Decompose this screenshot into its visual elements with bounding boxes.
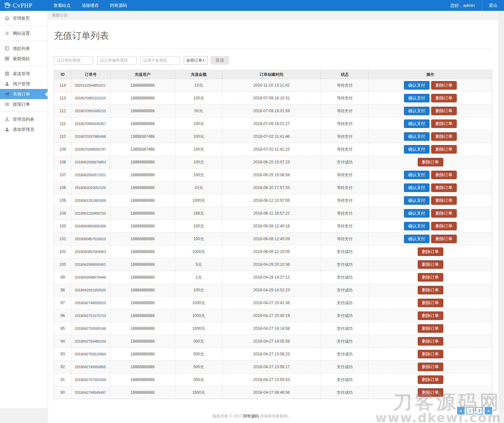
pagination-page-1[interactable]: 1 bbox=[466, 407, 474, 414]
delete-order-button[interactable]: 删除订单 bbox=[418, 286, 443, 294]
cell-amount: 100元 bbox=[175, 117, 222, 130]
sidebar: 管理首页网站设置借款列表逾期借款渠道管理用户管理充值订单提现订单管理员列表添加管… bbox=[0, 11, 48, 409]
cell-created: 2018-06-25 15:07:23 bbox=[222, 156, 321, 169]
sidebar-group: 管理员列表添加管理员 bbox=[0, 112, 48, 137]
cell-status: 支付成功 bbox=[321, 258, 369, 271]
delete-order-button[interactable]: 删除订单 bbox=[418, 247, 443, 256]
sidebar-item-label: 借款列表 bbox=[13, 46, 30, 52]
delete-order-button[interactable]: 删除订单 bbox=[418, 158, 443, 166]
sidebar-item-home[interactable]: 管理首页 bbox=[0, 13, 48, 23]
order-status-select[interactable]: 全部订单 ▼ bbox=[184, 56, 207, 65]
delete-order-button[interactable]: 删除订单 bbox=[431, 222, 457, 230]
nav-item-source[interactable]: 阿奇源码 bbox=[104, 0, 133, 11]
pagination-next[interactable]: » bbox=[485, 407, 492, 414]
order-number-search-input[interactable] bbox=[97, 56, 136, 65]
delete-order-button[interactable]: 删除订单 bbox=[431, 94, 457, 102]
confirm-payment-button[interactable]: 确认支付 bbox=[404, 94, 430, 102]
delete-order-button[interactable]: 删除订单 bbox=[418, 324, 443, 333]
confirm-payment-button[interactable]: 确认支付 bbox=[404, 183, 430, 192]
confirm-payment-button[interactable]: 确认支付 bbox=[404, 145, 430, 154]
confirm-payment-button[interactable]: 确认支付 bbox=[404, 119, 430, 128]
cell-id: 104 bbox=[54, 207, 72, 220]
table-icon bbox=[5, 56, 10, 61]
sidebar-item-gear[interactable]: 网站设置 bbox=[0, 28, 48, 38]
sidebar-item-save[interactable]: 渠道管理 bbox=[0, 69, 48, 79]
delete-order-button[interactable]: 删除订单 bbox=[418, 260, 443, 269]
cell-id: 96 bbox=[54, 309, 72, 322]
delete-order-button[interactable]: 删除订单 bbox=[418, 337, 443, 346]
sidebar-item-table[interactable]: 逾期借款 bbox=[0, 53, 48, 64]
sidebar-item-book[interactable]: 借款列表 bbox=[0, 43, 48, 53]
nav-item-view-site[interactable]: 查看站点 bbox=[48, 0, 76, 11]
logout-button[interactable]: 退出 bbox=[482, 0, 504, 11]
cell-user: 18888888888 bbox=[110, 373, 175, 386]
confirm-payment-button[interactable]: 确认支付 bbox=[404, 209, 430, 218]
table-row: 108201806259897985318888888888100元2018-0… bbox=[54, 156, 492, 169]
delete-order-button[interactable]: 删除订单 bbox=[418, 388, 443, 397]
cell-created: 2018-04-27 20:41:36 bbox=[222, 297, 321, 309]
delete-order-button[interactable]: 删除订单 bbox=[418, 363, 443, 371]
delete-order-button[interactable]: 删除订单 bbox=[431, 171, 457, 179]
delete-order-button[interactable]: 删除订单 bbox=[418, 350, 443, 358]
cell-created: 2018-04-29 20:10:36 bbox=[222, 258, 321, 271]
username-search-input[interactable] bbox=[140, 56, 180, 65]
cell-amount: 100元 bbox=[175, 156, 222, 169]
nav-item-clear-cache[interactable]: 清除缓存 bbox=[76, 0, 104, 11]
cell-id: 94 bbox=[54, 335, 72, 348]
cell-actions: 删除订单 bbox=[369, 361, 492, 373]
cell-amount: 100元 bbox=[175, 220, 222, 233]
confirm-payment-button[interactable]: 确认支付 bbox=[404, 107, 430, 115]
confirm-payment-button[interactable]: 确认支付 bbox=[404, 132, 430, 141]
cell-actions: 确认支付删除订单 bbox=[369, 143, 492, 156]
save-icon bbox=[5, 71, 10, 76]
sidebar-item-user[interactable]: 用户管理 bbox=[0, 79, 48, 89]
cell-amount: 1000元 bbox=[175, 309, 222, 322]
cell-actions: 删除订单 bbox=[369, 309, 492, 322]
cell-status: 支付成功 bbox=[321, 335, 369, 348]
cell-status: 等待支付 bbox=[321, 169, 369, 181]
cell-order: 2020111054991021 bbox=[72, 79, 110, 92]
cell-actions: 删除订单 bbox=[369, 373, 492, 386]
brand-name: CvPHP bbox=[13, 2, 32, 9]
sidebar-item-label: 网站设置 bbox=[13, 31, 30, 36]
cell-order: 2018062010052100 bbox=[72, 181, 110, 194]
cell-id: 113 bbox=[54, 92, 72, 105]
order-id-search-input[interactable] bbox=[54, 56, 93, 65]
cell-order: 2018062550571021 bbox=[72, 169, 110, 181]
sidebar-item-money[interactable]: 提现订单 bbox=[0, 99, 48, 109]
delete-order-button[interactable]: 删除订单 bbox=[431, 196, 457, 205]
cell-order: 2018042749559855 bbox=[72, 361, 110, 373]
cell-status: 等待支付 bbox=[321, 130, 369, 143]
confirm-payment-button[interactable]: 确认支付 bbox=[404, 222, 430, 230]
sidebar-item-user-add[interactable]: 添加管理员 bbox=[0, 124, 48, 135]
table-row: 962018042751575710188888888881000元2018-0… bbox=[54, 309, 492, 322]
sidebar-item-user-outline[interactable]: 管理员列表 bbox=[0, 114, 48, 124]
delete-order-button[interactable]: 删除订单 bbox=[418, 273, 443, 282]
cell-actions: 确认支付删除订单 bbox=[369, 233, 492, 245]
confirm-payment-button[interactable]: 确认支付 bbox=[404, 235, 430, 243]
pagination-page-2[interactable]: 2 bbox=[475, 407, 483, 414]
confirm-payment-button[interactable]: 确认支付 bbox=[404, 171, 430, 179]
cell-id: 101 bbox=[54, 245, 72, 258]
confirm-payment-button[interactable]: 确认支付 bbox=[404, 81, 430, 90]
delete-order-button[interactable]: 删除订单 bbox=[418, 311, 443, 320]
delete-order-button[interactable]: 删除订单 bbox=[418, 375, 443, 384]
delete-order-button[interactable]: 删除订单 bbox=[431, 183, 457, 192]
table-row: 11220180709559952101888888888850元2018-07… bbox=[54, 105, 492, 117]
delete-order-button[interactable]: 删除订单 bbox=[431, 145, 457, 154]
delete-order-button[interactable]: 删除订单 bbox=[431, 107, 457, 115]
delete-order-button[interactable]: 删除订单 bbox=[431, 119, 457, 128]
cell-actions: 确认支付删除订单 bbox=[369, 105, 492, 117]
cell-status: 等待支付 bbox=[321, 92, 369, 105]
delete-order-button[interactable]: 删除订单 bbox=[431, 132, 457, 141]
pagination-prev[interactable]: « bbox=[457, 407, 465, 414]
delete-order-button[interactable]: 删除订单 bbox=[431, 81, 457, 90]
sidebar-item-signin[interactable]: 充值订单 bbox=[0, 89, 48, 99]
delete-order-button[interactable]: 删除订单 bbox=[418, 299, 443, 307]
cell-user: 18888888888 bbox=[110, 207, 175, 220]
cell-amount: 1000元 bbox=[175, 297, 222, 309]
delete-order-button[interactable]: 删除订单 bbox=[431, 209, 457, 218]
filter-button[interactable]: 筛选 bbox=[211, 56, 229, 65]
confirm-payment-button[interactable]: 确认支付 bbox=[404, 196, 430, 205]
delete-order-button[interactable]: 删除订单 bbox=[431, 235, 457, 243]
